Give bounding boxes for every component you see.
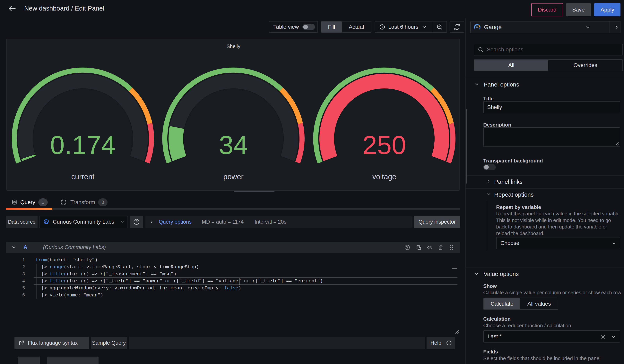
svg-text:79: 79: [476, 26, 478, 28]
